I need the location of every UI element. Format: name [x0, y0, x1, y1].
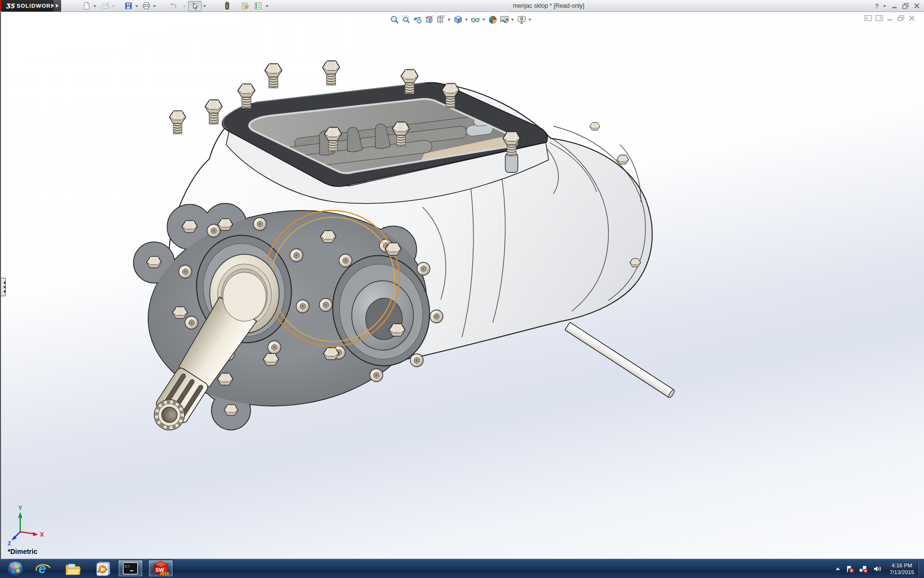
print-button[interactable] [141, 1, 151, 10]
app-titlebar: ƷS SOLIDWORKS menjac sklop * [Read-only]… [0, 0, 924, 12]
housing-rim-bolt[interactable] [617, 155, 629, 164]
dome-screw[interactable] [417, 263, 430, 276]
3d-model-canvas[interactable]: Y X Z [1, 12, 924, 559]
section-view-dropdown[interactable] [447, 14, 452, 26]
view-settings-dropdown[interactable] [527, 14, 533, 26]
internet-explorer-icon: e [35, 561, 51, 577]
dome-screw[interactable] [320, 299, 333, 312]
open-button[interactable] [101, 1, 110, 10]
open-icon [102, 2, 109, 10]
previous-view-button[interactable] [412, 14, 423, 26]
panel-collapse-tab[interactable] [1, 278, 6, 296]
dome-screw[interactable] [430, 310, 443, 323]
start-button[interactable] [5, 559, 26, 578]
save-icon [125, 2, 132, 10]
windows-start-icon [7, 560, 24, 578]
dome-screw[interactable] [370, 369, 383, 382]
doc-restore-button[interactable] [897, 15, 905, 21]
options-button[interactable] [253, 1, 263, 10]
x-axis-label: X [40, 531, 44, 538]
doc-close-button[interactable] [908, 15, 915, 21]
show-left-pane-button[interactable] [864, 15, 872, 21]
section-view-button[interactable] [424, 14, 435, 26]
section-view-flyout-icon [436, 15, 446, 25]
edit-appearance-button[interactable] [487, 14, 498, 26]
command-prompt-button[interactable]: C:\ [118, 560, 143, 577]
rebuild-button[interactable] [222, 1, 232, 10]
media-player-button[interactable] [92, 559, 114, 578]
show-right-pane-button[interactable] [875, 15, 883, 21]
save-dropdown[interactable] [135, 4, 140, 9]
save-button[interactable] [124, 1, 133, 10]
dome-screw[interactable] [411, 354, 424, 367]
apply-scene-icon [500, 15, 509, 25]
folder-icon [64, 561, 82, 577]
app-minimize-button[interactable] [890, 1, 899, 11]
cover-bolt[interactable] [265, 64, 282, 88]
apply-scene-button[interactable] [499, 14, 510, 26]
dome-screw[interactable] [179, 265, 192, 278]
undo-button[interactable] [168, 1, 178, 10]
cover-bolt[interactable] [169, 111, 186, 134]
rebuild-traffic-light-icon [223, 2, 231, 10]
open-dropdown[interactable] [112, 4, 116, 9]
volume-icon[interactable] [873, 565, 882, 573]
graphics-viewport[interactable]: Y X Z [0, 12, 924, 559]
new-document-button[interactable] [82, 1, 91, 10]
display-style-button[interactable] [470, 14, 481, 26]
show-desktop-button[interactable] [918, 559, 924, 578]
view-settings-button[interactable] [516, 14, 527, 26]
solidworks-logo: ƷS SOLIDWORKS [1, 0, 53, 12]
restore-icon [902, 2, 909, 9]
dome-screw[interactable] [296, 300, 309, 313]
dome-screw[interactable] [185, 316, 198, 329]
display-style-dropdown[interactable] [481, 14, 487, 26]
doc-minimize-button[interactable] [886, 15, 894, 21]
collapse-arrow-icon [2, 281, 5, 284]
file-properties-button[interactable] [240, 1, 250, 10]
heads-up-view-toolbar [389, 13, 533, 26]
view-orientation-button[interactable] [452, 14, 463, 26]
app-close-button[interactable] [912, 1, 922, 11]
apply-scene-dropdown[interactable] [510, 14, 515, 26]
solidworks-2015-button[interactable]: SW 2015 [148, 560, 173, 577]
cover-bolt[interactable] [322, 61, 340, 85]
app-restore-button[interactable] [900, 1, 910, 11]
select-button[interactable] [188, 1, 202, 11]
taskbar-clock[interactable]: 4:16 PM 7/13/2015 [886, 562, 917, 576]
options-dropdown[interactable] [265, 4, 270, 9]
print-dropdown[interactable] [153, 4, 157, 9]
dome-screw[interactable] [268, 341, 281, 354]
action-center-icon[interactable] [846, 565, 854, 573]
zoom-to-fit-button[interactable] [389, 14, 400, 26]
dome-screw[interactable] [290, 249, 303, 262]
sw-icon-year: 2015 [160, 571, 169, 576]
display-style-icon [471, 15, 480, 25]
undo-dropdown[interactable] [182, 4, 187, 9]
housing-rim-bolt[interactable] [590, 122, 600, 130]
help-dropdown[interactable] [883, 4, 887, 9]
show-hidden-icons-button[interactable] [834, 565, 841, 572]
view-orientation-dropdown[interactable] [464, 14, 469, 26]
section-view-flyout-button[interactable] [435, 14, 446, 26]
y-axis-label: Y [18, 505, 22, 512]
network-status-icon[interactable] [859, 565, 868, 573]
zoom-to-area-button[interactable] [400, 14, 411, 26]
output-shaft[interactable] [565, 322, 676, 398]
dome-screw[interactable] [207, 224, 220, 237]
dome-screw[interactable] [339, 254, 352, 267]
cmd-prompt-text: C:\ [125, 564, 130, 568]
internet-explorer-button[interactable]: e [33, 559, 54, 578]
select-dropdown[interactable] [203, 4, 207, 9]
orientation-triad[interactable]: Y X Z [8, 505, 44, 546]
dome-screw[interactable] [254, 218, 267, 231]
menu-expand-tab[interactable] [53, 0, 61, 12]
system-tray: 4:16 PM 7/13/2015 [834, 559, 917, 578]
section-view-icon [424, 15, 434, 25]
help-button[interactable]: ? [872, 1, 882, 11]
windows-explorer-button[interactable] [63, 559, 84, 578]
windows-taskbar: e C:\ SW 2015 [0, 559, 924, 578]
y-axis-arrow [18, 512, 23, 518]
new-document-dropdown[interactable] [93, 4, 98, 9]
cover-bolt[interactable] [205, 100, 222, 124]
